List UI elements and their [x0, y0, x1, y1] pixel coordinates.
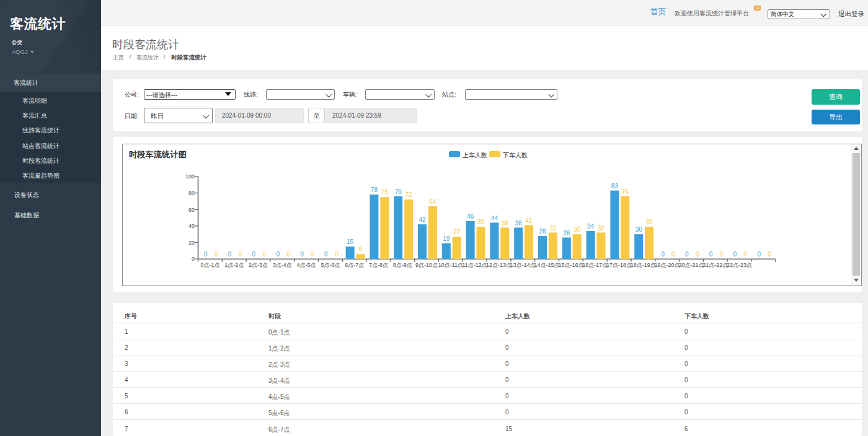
svg-text:0: 0	[661, 251, 665, 258]
svg-text:0: 0	[324, 251, 328, 258]
svg-text:0: 0	[276, 251, 280, 258]
svg-text:75: 75	[381, 189, 389, 196]
svg-text:0: 0	[757, 251, 761, 258]
svg-text:1点-2点: 1点-2点	[224, 262, 244, 268]
svg-text:0: 0	[204, 251, 208, 258]
svg-text:0: 0	[286, 251, 290, 258]
svg-text:32: 32	[598, 225, 605, 232]
svg-text:38: 38	[502, 220, 509, 227]
svg-text:0: 0	[744, 251, 748, 258]
svg-text:0: 0	[671, 251, 675, 258]
svg-text:78: 78	[371, 186, 378, 193]
svg-text:0点-1点: 0点-1点	[200, 262, 219, 268]
svg-text:38: 38	[515, 220, 523, 227]
svg-text:5点-6点: 5点-6点	[321, 262, 340, 268]
svg-text:0: 0	[239, 251, 242, 258]
svg-text:0: 0	[335, 251, 339, 258]
svg-text:42: 42	[418, 216, 426, 223]
svg-text:0: 0	[300, 251, 304, 258]
svg-text:76: 76	[395, 188, 402, 195]
svg-text:64: 64	[429, 198, 436, 205]
svg-text:15点-16点: 15点-16点	[558, 262, 583, 268]
svg-text:2点-3点: 2点-3点	[249, 262, 268, 268]
svg-text:72: 72	[405, 191, 413, 198]
svg-text:26: 26	[563, 230, 570, 237]
svg-text:7点-8点: 7点-8点	[369, 262, 388, 268]
svg-text:80: 80	[188, 190, 195, 196]
svg-text:60: 60	[188, 207, 195, 213]
svg-text:9点-10点: 9点-10点	[415, 262, 438, 268]
svg-text:0: 0	[263, 251, 267, 258]
svg-text:0: 0	[252, 251, 256, 258]
svg-text:39: 39	[646, 219, 653, 225]
svg-text:0: 0	[685, 251, 689, 258]
svg-text:19点-20点: 19点-20点	[655, 262, 680, 268]
svg-text:20点-21点: 20点-21点	[678, 262, 704, 268]
svg-text:18点-19点: 18点-19点	[631, 262, 656, 268]
svg-text:15: 15	[347, 238, 354, 245]
svg-text:12点-13点: 12点-13点	[486, 262, 512, 268]
svg-text:46: 46	[467, 213, 474, 220]
svg-text:4点-5点: 4点-5点	[297, 262, 316, 268]
svg-text:30: 30	[574, 226, 581, 233]
svg-text:16点-17点: 16点-17点	[582, 262, 608, 268]
svg-text:39: 39	[477, 219, 485, 225]
svg-text:30: 30	[636, 226, 643, 233]
svg-text:13点-14点: 13点-14点	[510, 262, 536, 268]
svg-text:0: 0	[311, 251, 314, 258]
svg-text:6点-7点: 6点-7点	[345, 262, 364, 268]
svg-text:20: 20	[188, 240, 195, 246]
svg-text:17点-18点: 17点-18点	[606, 262, 632, 268]
svg-text:83: 83	[611, 183, 619, 190]
svg-text:0: 0	[709, 251, 713, 258]
svg-text:10点-11点: 10点-11点	[438, 262, 463, 268]
svg-text:14点-15点: 14点-15点	[534, 262, 560, 268]
svg-text:8点-9点: 8点-9点	[393, 262, 412, 268]
svg-text:0: 0	[733, 251, 737, 258]
svg-text:76: 76	[622, 188, 629, 195]
svg-text:44: 44	[491, 215, 498, 222]
svg-text:32: 32	[549, 225, 557, 232]
svg-text:0: 0	[228, 251, 232, 258]
svg-text:0: 0	[720, 251, 724, 258]
svg-text:0: 0	[696, 251, 699, 258]
svg-text:19: 19	[443, 235, 450, 242]
svg-text:41: 41	[526, 217, 533, 224]
svg-text:40: 40	[188, 223, 195, 229]
svg-text:11点-12点: 11点-12点	[463, 262, 487, 268]
svg-text:27: 27	[453, 229, 461, 235]
svg-text:0: 0	[215, 251, 218, 258]
svg-text:3点-4点: 3点-4点	[273, 262, 292, 268]
svg-text:28: 28	[539, 228, 546, 235]
svg-text:22点-23点: 22点-23点	[727, 262, 752, 268]
svg-text:100: 100	[185, 173, 195, 180]
svg-text:34: 34	[587, 223, 595, 230]
svg-text:0: 0	[768, 251, 771, 258]
svg-text:21点-22点: 21点-22点	[702, 262, 728, 268]
svg-text:0: 0	[192, 256, 195, 262]
svg-text:6: 6	[359, 246, 363, 253]
